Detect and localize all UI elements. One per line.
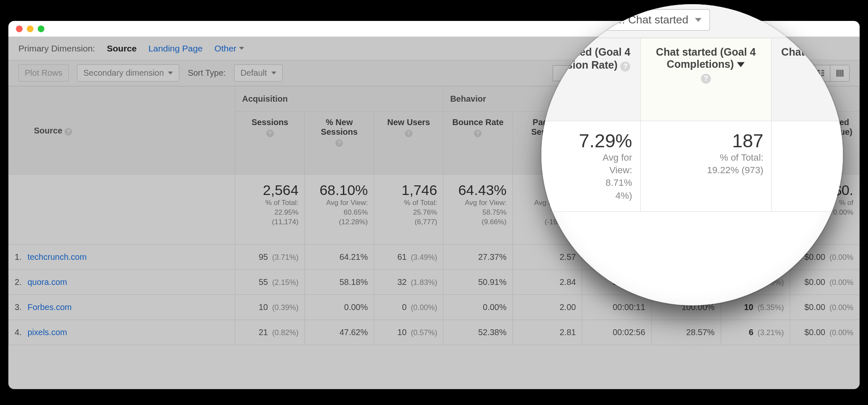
sort-desc-icon [737, 62, 745, 67]
source-link[interactable]: quora.com [28, 277, 67, 287]
summary-sessions: 2,564% of Total:22.95%(11,174) [235, 174, 305, 245]
cell-pct-new: 64.21% [304, 244, 374, 269]
cell-pct-new: 47.62% [304, 320, 374, 345]
row-index: 1. [15, 252, 22, 261]
chevron-down-icon [168, 72, 173, 74]
cell-value: $0.00(0.00% [790, 295, 860, 320]
cell-value: $0.00(0.00% [790, 320, 860, 345]
cell-duration: 00:02:56 [582, 320, 652, 345]
source-link[interactable]: techcrunch.com [28, 252, 87, 261]
cell-bounce: 50.91% [443, 269, 513, 295]
column-sessions[interactable]: Sessions? [235, 112, 305, 174]
help-icon[interactable]: ? [405, 130, 412, 137]
help-icon[interactable]: ? [266, 130, 274, 137]
column-pct-new[interactable]: % New Sessions? [304, 112, 374, 174]
lens-summary-value: $0.% of0.00% [771, 121, 843, 211]
group-acquisition: Acquisition [235, 87, 443, 112]
svg-rect-17 [838, 69, 840, 77]
cell-pages: 2.00 [513, 295, 582, 320]
help-icon[interactable]: ? [701, 74, 711, 84]
minimize-icon[interactable] [27, 26, 33, 32]
cell-value: $0.00(0.00% [790, 269, 860, 295]
dimension-landing-page[interactable]: Landing Page [148, 44, 203, 54]
row-index: 3. [15, 302, 22, 312]
cell-pct-new: 58.18% [304, 269, 374, 295]
svg-rect-15 [821, 74, 824, 76]
chevron-down-icon [695, 18, 702, 22]
cell-duration: 00:00:11 [582, 295, 652, 320]
cell-sessions: 55(2.15%) [235, 269, 305, 295]
view-cloud-icon[interactable] [830, 65, 849, 81]
help-icon[interactable]: ? [621, 62, 631, 72]
cell-bounce: 52.38% [443, 320, 513, 345]
cell-pages: 2.84 [513, 269, 582, 295]
dimension-source[interactable]: Source [107, 44, 137, 54]
lens-summary-completions: 187% of Total:19.22% (973) [640, 121, 772, 211]
summary-new-users: 1,746% of Total:25.76%(6,777) [374, 174, 443, 245]
cell-pages: 2.57 [513, 244, 582, 269]
lens-summary-conv-rate: 7.29%Avg forView:8.71%4%) [541, 121, 640, 211]
column-new-users[interactable]: New Users? [374, 112, 443, 174]
cell-new-users: 32(1.83%) [374, 269, 443, 295]
chevron-down-icon [239, 47, 244, 50]
cell-pct-new: 0.00% [304, 295, 374, 320]
magnifier-lens: advanced Conversions Goal 4: Chat starte… [541, 4, 843, 305]
column-completions[interactable]: Chat started (Goal 4 Completions)? [640, 38, 772, 121]
plot-rows-button[interactable]: Plot Rows [18, 64, 69, 82]
cell-sessions: 95(3.71%) [235, 244, 305, 269]
cell-bounce: 27.37% [443, 244, 513, 269]
svg-rect-19 [842, 69, 843, 77]
secondary-dimension-dropdown[interactable]: Secondary dimension [77, 64, 179, 82]
help-icon[interactable]: ? [335, 139, 343, 147]
cell-new-users: 0(0.00%) [374, 295, 443, 320]
close-icon[interactable] [16, 26, 23, 32]
cell-sessions: 21(0.82%) [235, 320, 305, 345]
cell-sessions: 10(0.39%) [235, 295, 305, 320]
svg-rect-16 [836, 69, 837, 77]
cell-new-users: 61(3.49%) [374, 244, 443, 269]
row-index: 2. [15, 277, 22, 287]
dimension-other[interactable]: Other [214, 44, 244, 54]
help-icon[interactable]: ? [474, 130, 482, 137]
cell-bounce: 0.00% [443, 295, 513, 320]
source-link[interactable]: Forbes.com [28, 302, 72, 312]
svg-rect-14 [821, 72, 824, 74]
sort-type-value: Default [240, 68, 267, 78]
sort-type-label: Sort Type: [188, 68, 226, 78]
cell-completions: 6(3.21%) [721, 320, 790, 345]
table-row[interactable]: 4.pixels.com21(0.82%)47.62%10(0.57%)52.3… [9, 320, 860, 345]
cell-conv-rate: 28.57% [652, 320, 721, 345]
row-index: 4. [15, 328, 22, 337]
chevron-down-icon [271, 72, 276, 74]
maximize-icon[interactable] [38, 26, 44, 32]
summary-pct-new: 68.10%Avg for View:60.65%(12.28%) [304, 174, 374, 245]
svg-rect-13 [821, 70, 824, 71]
column-source[interactable]: Source [34, 126, 62, 135]
cell-pages: 2.81 [513, 320, 582, 345]
primary-dimension-label: Primary Dimension: [18, 44, 95, 54]
secondary-dimension-label: Secondary dimension [83, 68, 164, 78]
sort-type-dropdown[interactable]: Default [234, 64, 282, 82]
help-icon[interactable]: ? [64, 128, 72, 136]
cell-new-users: 10(0.57%) [374, 320, 443, 345]
source-link[interactable]: pixels.com [28, 328, 67, 337]
svg-rect-18 [840, 69, 841, 77]
column-bounce[interactable]: Bounce Rate? [443, 112, 513, 174]
summary-bounce: 64.43%Avg for View:58.75%(9.66%) [443, 174, 513, 245]
dimension-other-label: Other [214, 44, 237, 54]
